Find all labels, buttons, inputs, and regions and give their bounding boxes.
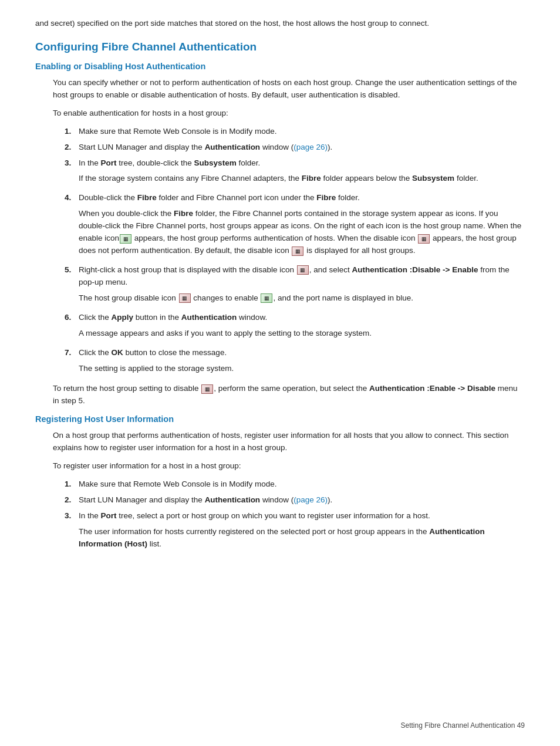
step-4: 4. Double-click the Fibre folder and Fib… [65,192,525,261]
step-7-subpara: The setting is applied to the storage sy… [79,363,525,375]
step-7-num: 7. [65,347,75,379]
step-1: 1. Make sure that Remote Web Console is … [65,126,525,138]
sub2-step-2-content: Start LUN Manager and display the Authen… [79,494,525,507]
sub1-prereq: To enable authentication for hosts in a … [53,107,525,120]
disable-icon-1: ▦ [418,234,430,244]
step-5: 5. Right-click a host group that is disp… [65,264,525,308]
step-4-content: Double-click the Fibre folder and Fibre … [79,192,525,261]
page: and secret) specified on the port side m… [0,0,560,746]
step-7: 7. Click the OK button to close the mess… [65,347,525,379]
step-4-subpara: When you double-click the Fibre folder, … [79,208,525,257]
main-section-title: Configuring Fibre Channel Authentication [35,40,525,53]
sub2-title: Registering Host User Information [35,414,525,424]
step-2-content: Start LUN Manager and display the Authen… [79,141,525,154]
sub2-content: On a host group that performs authentica… [53,430,525,553]
sub1-note: To return the host group setting to disa… [53,383,525,407]
step-7-content: Click the OK button to close the message… [79,347,525,379]
sub2-step-2-link[interactable]: (page 26) [294,495,328,504]
sub1-intro: You can specify whether or not to perfor… [53,77,525,102]
step-1-content: Make sure that Remote Web Console is in … [79,126,525,138]
sub1-title: Enabling or Disabling Host Authenticatio… [35,62,525,71]
sub2-step-1-content: Make sure that Remote Web Console is in … [79,478,525,491]
step-2-link[interactable]: (page 26) [294,143,328,151]
sub2-step-1-num: 1. [65,478,75,491]
step-3-num: 3. [65,157,75,189]
step-5-content: Right-click a host group that is display… [79,264,525,308]
sub1-content: You can specify whether or not to perfor… [53,77,525,407]
step-3: 3. In the Port tree, double-click the Su… [65,157,525,189]
step-2-num: 2. [65,141,75,154]
step-5-subpara: The host group disable icon ▦ changes to… [79,292,525,305]
step-6-num: 6. [65,312,75,343]
enable-icon-2: ▦ [261,293,272,303]
step-4-num: 4. [65,192,75,261]
sub2-step-2: 2. Start LUN Manager and display the Aut… [65,494,525,507]
sub2-step-1: 1. Make sure that Remote Web Console is … [65,478,525,491]
disable-icon-3: ▦ [297,265,309,275]
sub1-steps: 1. Make sure that Remote Web Console is … [59,126,525,379]
step-6-subpara: A message appears and asks if you want t… [79,328,525,340]
step-2: 2. Start LUN Manager and display the Aut… [65,141,525,154]
enable-icon-1: ▦ [120,234,131,244]
step-6-content: Click the Apply button in the Authentica… [79,312,525,343]
sub2-prereq: To register user information for a host … [53,460,525,472]
sub2-step-3-num: 3. [65,510,75,554]
step-1-num: 1. [65,126,75,138]
step-3-content: In the Port tree, double-click the Subsy… [79,157,525,189]
step-6: 6. Click the Apply button in the Authent… [65,312,525,343]
step-3-subpara: If the storage system contains any Fibre… [79,173,525,185]
sub2-step-3-content: In the Port tree, select a port or host … [79,510,525,554]
sub2-steps: 1. Make sure that Remote Web Console is … [59,478,525,554]
page-footer: Setting Fibre Channel Authentication 49 [401,721,525,730]
sub2-step-3-subpara: The user information for hosts currently… [79,526,525,551]
sub2-step-2-num: 2. [65,494,75,507]
sub2-intro: On a host group that performs authentica… [53,430,525,454]
step-5-num: 5. [65,264,75,308]
disable-icon-4: ▦ [179,293,191,303]
disable-icon-2: ▦ [292,247,303,256]
sub2-step-3: 3. In the Port tree, select a port or ho… [65,510,525,554]
intro-paragraph: and secret) specified on the port side m… [35,18,525,30]
disable-icon-note: ▦ [201,384,213,394]
